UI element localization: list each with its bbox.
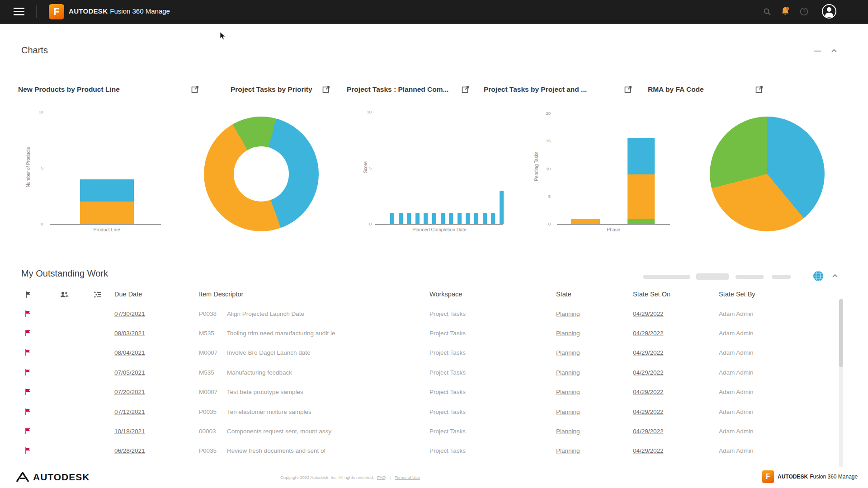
bar: [432, 213, 436, 224]
work-table-body: 07/30/2021P0038Align Projected Launch Da…: [18, 304, 837, 460]
due-date-link[interactable]: 10/18/2021: [114, 428, 145, 435]
y-tick-label: 0: [360, 221, 372, 226]
y-tick-label: 0: [32, 221, 43, 226]
x-axis-line: [375, 224, 503, 225]
row-flag-icon[interactable]: [24, 349, 32, 356]
column-header-workspace[interactable]: Workspace: [429, 291, 462, 298]
state-set-on-link[interactable]: 04/29/2022: [633, 389, 664, 395]
row-flag-icon[interactable]: [24, 427, 32, 435]
row-flag-icon[interactable]: [24, 388, 32, 395]
item-descriptor-code[interactable]: M0007: [199, 389, 217, 395]
due-date-link[interactable]: 07/05/2021: [114, 369, 145, 375]
due-date-link[interactable]: 08/03/2021: [114, 330, 145, 337]
state-link[interactable]: Planning: [556, 428, 580, 435]
svg-text:?: ?: [802, 9, 805, 14]
state-set-on-link[interactable]: 04/29/2022: [633, 408, 664, 415]
state-set-on-link[interactable]: 04/29/2022: [633, 310, 664, 317]
terms-of-use-link[interactable]: Terms of Use: [395, 475, 420, 480]
state-link[interactable]: Planning: [556, 330, 580, 337]
item-descriptor-text[interactable]: Align Projected Launch Date: [227, 310, 304, 317]
work-collapse-chevron-icon[interactable]: [832, 273, 838, 279]
y-axis-title: Number of Products: [26, 147, 31, 188]
due-date-link[interactable]: 07/20/2021: [114, 389, 145, 395]
bar: [458, 213, 462, 224]
work-table-header: Due Date Item Descriptor Workspace State…: [18, 288, 837, 303]
bar: [449, 213, 453, 224]
item-descriptor-text[interactable]: Review fresh documents and sent of: [227, 447, 326, 454]
column-header-state-set-by[interactable]: State Set By: [719, 291, 755, 298]
hamburger-menu-icon[interactable]: [14, 8, 24, 16]
item-descriptor-text[interactable]: Involve Bre Dagel Launch date: [227, 349, 311, 356]
assignees-column-icon[interactable]: [60, 291, 68, 299]
state-set-on-link[interactable]: 04/29/2022: [633, 428, 664, 435]
item-descriptor-code[interactable]: M0007: [199, 349, 217, 356]
column-header-item-descriptor[interactable]: Item Descriptor: [199, 291, 243, 298]
bar: [491, 213, 495, 224]
toolbar-placeholder[interactable]: [772, 275, 791, 279]
state-link[interactable]: Planning: [556, 447, 580, 454]
table-row: 07/12/2021P0035Ten elastomer mixture sam…: [18, 402, 837, 421]
flag-column-icon[interactable]: [24, 291, 33, 299]
column-header-state-set-on[interactable]: State Set On: [633, 291, 670, 298]
item-descriptor-text[interactable]: Tooling trim need manufacturing audit le: [227, 330, 335, 337]
y-axis-title: Score: [363, 161, 368, 173]
row-flag-icon[interactable]: [24, 310, 32, 317]
state-link[interactable]: Planning: [556, 369, 580, 375]
x-axis-line: [50, 224, 161, 225]
toolbar-placeholder[interactable]: [736, 275, 764, 279]
state-set-by-cell: Adam Admin: [719, 389, 754, 395]
item-descriptor-text[interactable]: Components request sent, mount assy: [227, 428, 331, 435]
state-set-on-link[interactable]: 04/29/2022: [633, 447, 664, 454]
row-flag-icon[interactable]: [24, 408, 32, 415]
workspace-cell: Project Tasks: [429, 408, 466, 415]
state-set-by-cell: Adam Admin: [719, 408, 754, 415]
item-descriptor-code[interactable]: 00003: [199, 428, 216, 435]
notifications-bell-icon[interactable]: [780, 6, 790, 18]
due-date-link[interactable]: 06/28/2021: [114, 447, 145, 454]
table-scrollbar-thumb[interactable]: [839, 299, 843, 367]
table-scrollbar[interactable]: [839, 299, 843, 467]
table-row: 08/04/2021M0007Involve Bre Dagel Launch …: [18, 343, 837, 362]
state-link[interactable]: Planning: [556, 349, 580, 356]
toolbar-placeholder[interactable]: [696, 273, 729, 280]
fusion-360-logo[interactable]: F: [49, 4, 64, 19]
item-descriptor-text[interactable]: Ten elastomer mixture samples: [227, 408, 311, 415]
state-set-on-link[interactable]: 04/29/2022: [633, 369, 664, 375]
globe-icon[interactable]: [812, 270, 824, 284]
item-descriptor-code[interactable]: P0038: [199, 310, 217, 317]
state-link[interactable]: Planning: [556, 408, 580, 415]
state-link[interactable]: Planning: [556, 310, 580, 317]
search-icon[interactable]: [763, 8, 771, 18]
y-tick-label: 5: [32, 165, 43, 170]
help-icon[interactable]: ?: [800, 7, 808, 18]
item-descriptor-code[interactable]: P0035: [199, 408, 217, 415]
table-row: 06/28/2021P0035Review fresh documents an…: [18, 441, 837, 460]
column-header-state[interactable]: State: [556, 291, 571, 298]
workspace-cell: Project Tasks: [429, 447, 466, 454]
item-descriptor-code[interactable]: M535: [199, 369, 214, 375]
bar-segment: [627, 174, 655, 219]
pie-chart: [710, 117, 825, 231]
item-descriptor-code[interactable]: P0035: [199, 447, 217, 454]
table-row: 08/03/2021M535Tooling trim need manufact…: [18, 323, 837, 343]
state-set-by-cell: Adam Admin: [719, 369, 754, 375]
toolbar-placeholder[interactable]: [643, 275, 690, 279]
state-set-by-cell: Adam Admin: [719, 447, 754, 454]
item-descriptor-code[interactable]: M535: [199, 330, 214, 337]
state-link[interactable]: Planning: [556, 389, 580, 395]
item-descriptor-text[interactable]: Manufacturing feedback: [227, 369, 292, 375]
item-descriptor-text[interactable]: Test beta prototype samples: [227, 389, 303, 395]
hierarchy-column-icon[interactable]: [93, 291, 101, 299]
user-avatar[interactable]: [822, 4, 836, 19]
workspace-cell: Project Tasks: [429, 369, 466, 375]
state-set-on-link[interactable]: 04/29/2022: [633, 330, 664, 337]
row-flag-icon[interactable]: [24, 447, 32, 454]
column-header-due-date[interactable]: Due Date: [114, 291, 142, 298]
due-date-link[interactable]: 08/04/2021: [114, 349, 145, 356]
state-set-on-link[interactable]: 04/29/2022: [633, 349, 664, 356]
due-date-link[interactable]: 07/30/2021: [114, 310, 145, 317]
row-flag-icon[interactable]: [24, 329, 32, 337]
row-flag-icon[interactable]: [24, 369, 32, 376]
due-date-link[interactable]: 07/12/2021: [114, 408, 145, 415]
faq-link[interactable]: FAQ: [377, 475, 386, 480]
